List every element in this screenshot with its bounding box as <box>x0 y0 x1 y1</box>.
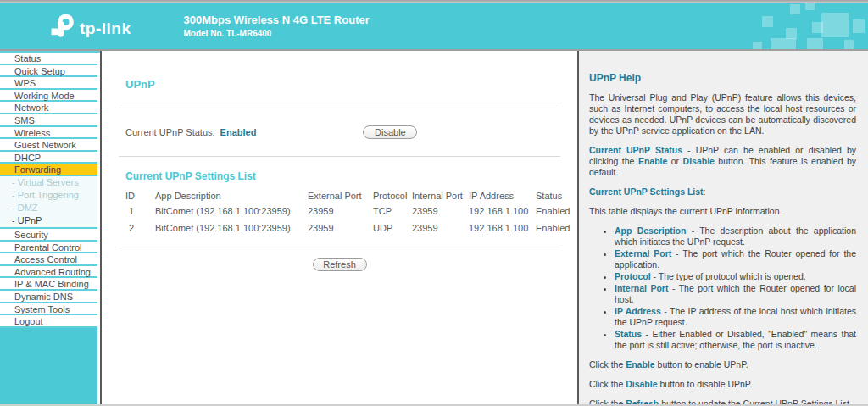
sidebar-item-wireless[interactable]: Wireless <box>0 127 97 140</box>
sidebar-item-dmz[interactable]: - DMZ <box>0 202 97 214</box>
help-bullet-list: App Description - The description about … <box>615 225 856 351</box>
help-text: button to update the Current UPnP Settin… <box>659 398 851 404</box>
table-header-row: IDApp DescriptionExternal PortProtocolIn… <box>125 191 570 206</box>
table-cell-protocol: TCP <box>373 206 412 223</box>
upnp-status-value: Enabled <box>220 127 257 137</box>
table-cell-app-description: BitComet (192.168.1.100:23959) <box>155 223 308 240</box>
help-paragraph: Current UPnP Status - UPnP can be enable… <box>589 145 856 178</box>
help-text: This table displays the current UPnP inf… <box>589 206 782 216</box>
table-cell-external-port: 23959 <box>308 223 373 240</box>
help-paragraph: This table displays the current UPnP inf… <box>589 206 856 217</box>
sidebar-item-port-triggering[interactable]: - Port Triggering <box>0 189 97 202</box>
sidebar-item-system-tools[interactable]: System Tools <box>0 303 97 316</box>
help-bullet-item: Status - Either Enabled or Disabled, "En… <box>615 329 856 351</box>
sidebar-item-status[interactable]: Status <box>0 53 97 65</box>
help-text: Click the <box>589 359 626 370</box>
refresh-button-row: Refresh <box>102 258 577 271</box>
tplink-logo-icon <box>49 12 78 41</box>
help-term: Refresh <box>626 398 659 404</box>
help-text: button to disable UPnP. <box>658 379 753 389</box>
table-cell-status: Enabled <box>536 206 570 223</box>
help-text: - Either Enabled or Disabled, "Enabled" … <box>615 329 856 350</box>
header-title-block: 300Mbps Wireless N 4G LTE Router Model N… <box>184 14 370 38</box>
table-cell-id: 2 <box>125 223 155 240</box>
help-term: Current UPnP Settings List <box>589 186 704 197</box>
help-bullet-item: IP Address - The IP address of the local… <box>615 306 856 328</box>
sidebar-menu: StatusQuick SetupWPSWorking ModeNetworkS… <box>0 51 100 356</box>
table-cell-internal-port: 23959 <box>412 223 469 240</box>
help-term: IP Address <box>615 306 661 316</box>
table-cell-id: 1 <box>125 206 155 223</box>
help-bullet-item: App Description - The description about … <box>615 225 856 247</box>
help-text: The Universal Plug and Play (UPnP) featu… <box>589 92 856 136</box>
help-paragraph: Click the Refresh button to update the C… <box>589 398 856 404</box>
help-term: Internal Port <box>615 283 668 293</box>
sidebar-item-network[interactable]: Network <box>0 102 97 114</box>
help-title: UPnP Help <box>589 73 856 84</box>
page-title: UPnP <box>125 78 577 91</box>
table-cell-ip-address: 192.168.1.100 <box>469 206 536 223</box>
table-cell-app-description: BitComet (192.168.1.100:23959) <box>155 206 308 223</box>
table-header-app-description: App Description <box>155 191 308 206</box>
sidebar-item-logout[interactable]: Logout <box>0 315 97 328</box>
sidebar-item-virtual-servers[interactable]: - Virtual Servers <box>0 176 97 189</box>
sidebar-item-security[interactable]: Security <box>0 229 97 242</box>
help-term: Protocol <box>615 271 651 281</box>
help-paragraph: Click the Disable button to disable UPnP… <box>589 379 856 390</box>
sidebar-item-upnp[interactable]: - UPnP <box>0 214 97 229</box>
table-header-internal-port: Internal Port <box>412 191 469 206</box>
help-term: Status <box>615 329 642 339</box>
table-cell-external-port: 23959 <box>308 206 373 223</box>
sidebar-item-working-mode[interactable]: Working Mode <box>0 90 97 103</box>
help-text: Click the <box>589 398 626 404</box>
sidebar-item-advanced-routing[interactable]: Advanced Routing <box>0 266 97 279</box>
router-model: Model No. TL-MR6400 <box>184 29 370 38</box>
table-row: 1BitComet (192.168.1.100:23959)23959TCP2… <box>125 206 570 223</box>
tplink-logo: tp-link <box>49 12 131 41</box>
help-panel: UPnP Help The Universal Plug and Play (U… <box>577 51 868 404</box>
sidebar-item-dynamic-dns[interactable]: Dynamic DNS <box>0 291 97 303</box>
sidebar-item-sms[interactable]: SMS <box>0 114 97 127</box>
sidebar-item-quick-setup[interactable]: Quick Setup <box>0 65 97 78</box>
sidebar-item-wps[interactable]: WPS <box>0 77 97 90</box>
sidebar-item-parental-control[interactable]: Parental Control <box>0 242 97 254</box>
tplink-logo-text: tp-link <box>80 19 131 38</box>
divider <box>119 247 560 247</box>
help-content: The Universal Plug and Play (UPnP) featu… <box>589 92 856 404</box>
upnp-status-label: Current UPnP Status: <box>125 127 215 137</box>
table-row: 2BitComet (192.168.1.100:23959)23959UDP2… <box>125 223 570 240</box>
help-text: Click the <box>589 379 626 389</box>
help-term: Current UPnP Status <box>589 145 682 155</box>
upnp-status-row: Current UPnP Status: Enabled Disable <box>102 108 577 156</box>
help-bullet-item: Internal Port - The port which the Route… <box>615 283 856 305</box>
table-header-ip-address: IP Address <box>469 191 536 206</box>
help-paragraph: Click the Enable button to enable UPnP. <box>589 359 856 370</box>
table-header-status: Status <box>536 191 570 206</box>
help-bullet-item: External Port - The port which the Route… <box>615 248 856 270</box>
table-header-id: ID <box>125 191 155 206</box>
sidebar-item-ip-mac-binding[interactable]: IP & MAC Binding <box>0 278 97 291</box>
table-header-external-port: External Port <box>308 191 373 206</box>
refresh-button[interactable]: Refresh <box>313 258 367 271</box>
help-text: : <box>704 186 706 197</box>
sidebar-item-guest-network[interactable]: Guest Network <box>0 139 97 152</box>
disable-button[interactable]: Disable <box>363 125 417 139</box>
upnp-settings-table: IDApp DescriptionExternal PortProtocolIn… <box>125 191 570 240</box>
sidebar-item-access-control[interactable]: Access Control <box>0 253 97 266</box>
settings-list-title: Current UPnP Settings List <box>125 170 577 182</box>
table-cell-status: Enabled <box>536 223 570 240</box>
content-row: StatusQuick SetupWPSWorking ModeNetworkS… <box>0 51 868 404</box>
help-term: Disable <box>683 156 715 166</box>
header: tp-link 300Mbps Wireless N 4G LTE Router… <box>0 3 868 51</box>
sidebar-item-forwarding[interactable]: Forwarding <box>0 164 97 176</box>
decor-squares <box>724 3 868 51</box>
help-text: button to enable UPnP. <box>655 359 748 370</box>
router-admin-page: tp-link 300Mbps Wireless N 4G LTE Router… <box>0 0 868 406</box>
help-term: Disable <box>626 379 657 389</box>
help-term: Enable <box>626 359 654 370</box>
divider <box>119 156 560 157</box>
help-term: External Port <box>615 248 671 259</box>
table-header-protocol: Protocol <box>373 191 412 206</box>
sidebar-item-dhcp[interactable]: DHCP <box>0 152 97 164</box>
router-title: 300Mbps Wireless N 4G LTE Router <box>184 14 370 26</box>
